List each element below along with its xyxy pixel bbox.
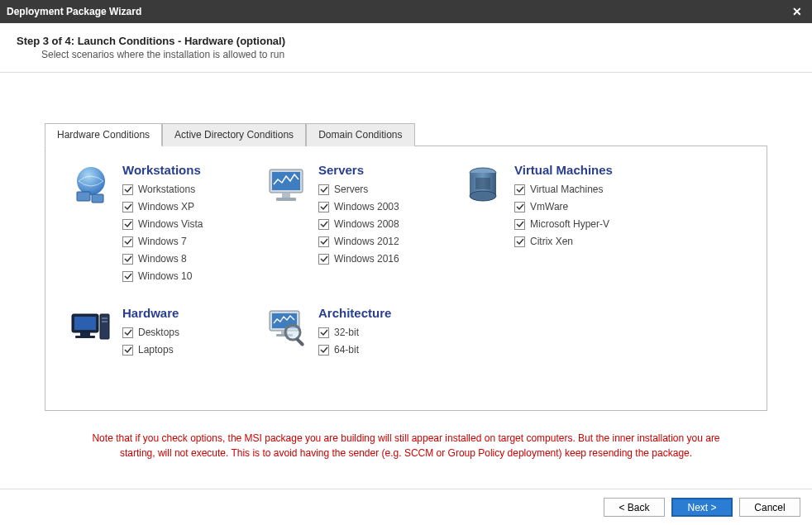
svg-rect-1: [77, 192, 90, 201]
svg-rect-24: [295, 337, 304, 346]
check-windows-2008[interactable]: Windows 2008: [318, 218, 434, 230]
check-label: Microsoft Hyper-V: [530, 218, 609, 230]
svg-rect-17: [102, 321, 107, 322]
network-globe-icon: [69, 163, 114, 208]
svg-point-0: [77, 167, 105, 195]
checkbox-icon[interactable]: [122, 219, 133, 230]
check-label: 32-bit: [334, 327, 359, 338]
check-label: Windows 10: [138, 270, 192, 282]
checkbox-icon[interactable]: [122, 345, 133, 356]
check-label: Desktops: [138, 327, 179, 338]
tab-domain-conditions[interactable]: Domain Conditions: [306, 123, 414, 146]
svg-point-9: [470, 191, 496, 201]
desktop-pc-icon: [69, 306, 114, 351]
checkbox-icon[interactable]: [514, 219, 525, 230]
check-label: Windows 8: [138, 253, 187, 265]
group-title-workstations: Workstations: [122, 163, 238, 177]
check-label: Virtual Machines: [530, 184, 604, 195]
check-label: Windows 2016: [334, 253, 399, 265]
header: Step 3 of 4: Launch Conditions - Hardwar…: [0, 23, 812, 73]
check-label: 64-bit: [334, 344, 359, 356]
back-button[interactable]: < Back: [604, 498, 665, 517]
footer: < Back Next > Cancel: [0, 489, 812, 525]
checkbox-icon[interactable]: [514, 202, 525, 212]
checkbox-icon[interactable]: [122, 202, 133, 212]
check-label: Windows 2003: [334, 201, 399, 212]
checkbox-icon[interactable]: [514, 184, 525, 195]
check-windows-2003[interactable]: Windows 2003: [318, 201, 434, 212]
check-laptops[interactable]: Laptops: [122, 344, 238, 356]
group-title-architecture: Architecture: [318, 306, 434, 320]
svg-point-23: [287, 327, 299, 338]
close-icon[interactable]: ✕: [789, 3, 805, 20]
tabstrip: Hardware Conditions Active Directory Con…: [45, 122, 767, 146]
checkbox-icon[interactable]: [318, 219, 329, 230]
check-vmware[interactable]: VmWare: [514, 201, 630, 212]
check-label: Windows 2012: [334, 236, 399, 247]
svg-rect-6: [276, 198, 296, 201]
checkbox-icon[interactable]: [318, 184, 329, 195]
group-servers: Servers Servers Windows 2003 Windows 200…: [265, 163, 434, 288]
checkbox-icon[interactable]: [514, 236, 525, 247]
cancel-button[interactable]: Cancel: [739, 498, 800, 517]
check-virtual-machines[interactable]: Virtual Machines: [514, 184, 630, 195]
checkbox-icon[interactable]: [318, 327, 329, 338]
checkbox-icon[interactable]: [122, 271, 133, 282]
check-desktops[interactable]: Desktops: [122, 327, 238, 338]
svg-rect-10: [475, 178, 490, 189]
svg-rect-13: [80, 332, 90, 336]
check-label: Windows XP: [138, 201, 194, 212]
checkbox-icon[interactable]: [318, 254, 329, 265]
check-label: Citrix Xen: [530, 236, 573, 247]
page-subtitle: Select scenarios where the installation …: [41, 49, 795, 60]
window-title: Deployment Package Wizard: [7, 6, 789, 17]
check-label: Workstations: [138, 184, 195, 195]
group-title-hardware: Hardware: [122, 306, 238, 320]
svg-rect-5: [282, 193, 290, 198]
group-virtual-machines: Virtual Machines Virtual Machines VmWare…: [461, 163, 630, 288]
checkbox-icon[interactable]: [122, 327, 133, 338]
check-label: Servers: [334, 184, 368, 195]
monitor-chart-icon: [265, 163, 310, 208]
check-label: Windows 7: [138, 236, 187, 247]
group-workstations: Workstations Workstations Windows XP Win…: [69, 163, 238, 288]
database-cylinder-icon: [461, 163, 506, 208]
group-architecture: Architecture 32-bit 64-bit: [265, 306, 434, 361]
tab-hardware-conditions[interactable]: Hardware Conditions: [45, 123, 162, 146]
warning-note: Note that if you check options, the MSI …: [45, 431, 767, 461]
check-32bit[interactable]: 32-bit: [318, 327, 434, 338]
checkbox-icon[interactable]: [122, 184, 133, 195]
next-button[interactable]: Next >: [671, 498, 733, 517]
group-title-vms: Virtual Machines: [514, 163, 630, 177]
group-hardware: Hardware Desktops Laptops: [69, 306, 238, 361]
check-64bit[interactable]: 64-bit: [318, 344, 434, 356]
tabpanel-hardware: Workstations Workstations Windows XP Win…: [45, 146, 767, 411]
group-title-servers: Servers: [318, 163, 434, 177]
svg-rect-14: [75, 336, 95, 338]
checkbox-icon[interactable]: [318, 202, 329, 212]
tab-active-directory-conditions[interactable]: Active Directory Conditions: [162, 123, 306, 146]
monitor-magnifier-icon: [265, 306, 310, 351]
check-windows-8[interactable]: Windows 8: [122, 253, 238, 265]
check-servers[interactable]: Servers: [318, 184, 434, 195]
check-citrix-xen[interactable]: Citrix Xen: [514, 236, 630, 247]
svg-rect-2: [92, 194, 103, 203]
titlebar: Deployment Package Wizard ✕: [0, 0, 812, 23]
check-windows-vista[interactable]: Windows Vista: [122, 218, 238, 230]
checkbox-icon[interactable]: [318, 345, 329, 356]
check-hyperv[interactable]: Microsoft Hyper-V: [514, 218, 630, 230]
check-windows-7[interactable]: Windows 7: [122, 236, 238, 247]
check-workstations[interactable]: Workstations: [122, 184, 238, 195]
check-windows-2012[interactable]: Windows 2012: [318, 236, 434, 247]
check-label: VmWare: [530, 201, 568, 212]
checkbox-icon[interactable]: [122, 254, 133, 265]
check-label: Windows Vista: [138, 218, 203, 230]
check-label: Windows 2008: [334, 218, 399, 230]
svg-rect-16: [102, 317, 107, 319]
content-area: Hardware Conditions Active Directory Con…: [0, 73, 812, 489]
checkbox-icon[interactable]: [122, 236, 133, 247]
check-windows-xp[interactable]: Windows XP: [122, 201, 238, 212]
check-windows-10[interactable]: Windows 10: [122, 270, 238, 282]
checkbox-icon[interactable]: [318, 236, 329, 247]
check-windows-2016[interactable]: Windows 2016: [318, 253, 434, 265]
